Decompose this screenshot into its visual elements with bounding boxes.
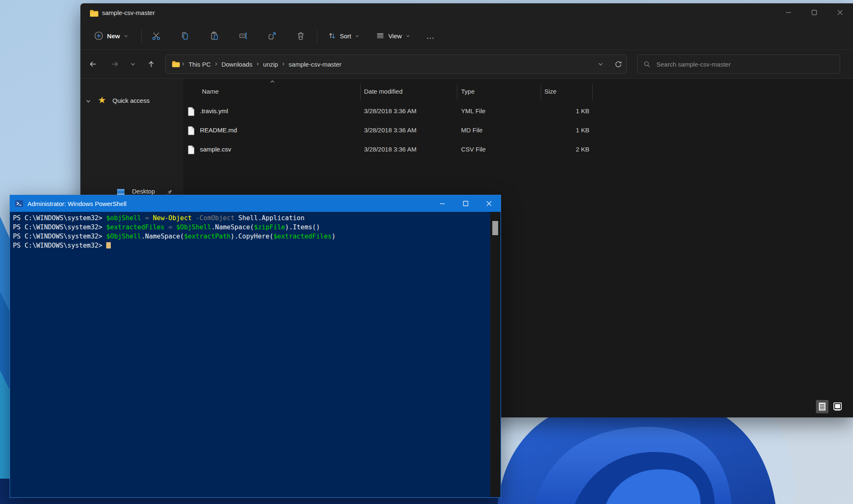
explorer-address-row: › This PC › Downloads › unzip › sample-c… xyxy=(80,50,853,79)
minimize-button[interactable] xyxy=(776,3,801,22)
back-button[interactable] xyxy=(85,56,101,72)
breadcrumb-separator: › xyxy=(255,60,261,68)
terminal-line: PS C:\WINDOWS\system32> $ObjShell.NameSp… xyxy=(13,232,488,241)
sort-ascending-icon xyxy=(270,80,275,83)
minimize-icon xyxy=(786,10,791,15)
terminal-output[interactable]: PS C:\WINDOWS\system32> $objShell = New-… xyxy=(10,212,501,497)
details-view-icon xyxy=(818,402,826,411)
breadcrumb-this-pc[interactable]: This PC xyxy=(186,61,213,68)
chevron-down-icon xyxy=(406,34,410,38)
up-button[interactable] xyxy=(143,56,160,72)
thumbnail-view-icon xyxy=(833,402,842,411)
folder-icon xyxy=(90,9,99,17)
delete-button[interactable] xyxy=(292,27,309,45)
cut-icon xyxy=(152,31,161,40)
share-button[interactable] xyxy=(264,27,280,45)
address-dropdown-icon[interactable] xyxy=(598,61,604,67)
view-button[interactable]: View xyxy=(371,27,416,45)
new-button[interactable]: New xyxy=(89,27,134,45)
search-icon xyxy=(643,61,651,68)
maximize-icon xyxy=(463,201,469,206)
chevron-down-icon xyxy=(124,34,128,38)
file-icon xyxy=(187,107,195,116)
breadcrumb-separator: › xyxy=(180,60,186,68)
paste-button[interactable] xyxy=(206,27,223,45)
quick-access-label: Quick access xyxy=(112,97,150,104)
terminal-line: PS C:\WINDOWS\system32> xyxy=(13,241,488,250)
view-toggle-group xyxy=(816,400,844,413)
up-arrow-icon xyxy=(147,60,155,68)
file-date-modified: 3/28/2018 3:36 AM xyxy=(364,146,417,153)
view-button-label: View xyxy=(388,32,402,40)
rename-icon xyxy=(239,31,248,40)
breadcrumb-current-folder[interactable]: sample-csv-master xyxy=(286,61,344,68)
minimize-button[interactable] xyxy=(431,195,454,212)
breadcrumb-separator: › xyxy=(280,60,286,68)
view-icon xyxy=(376,32,384,40)
file-row-sample-csv[interactable]: sample.csv 3/28/2018 3:36 AM CSV File 2 … xyxy=(183,140,700,159)
powershell-titlebar[interactable]: Administrator: Windows PowerShell xyxy=(10,195,501,212)
close-button[interactable] xyxy=(827,3,853,22)
toolbar-divider xyxy=(141,30,142,42)
minimize-icon xyxy=(439,201,445,206)
address-bar-actions xyxy=(598,55,622,73)
powershell-window-title: Administrator: Windows PowerShell xyxy=(27,200,127,207)
column-separator[interactable] xyxy=(360,84,361,100)
column-separator[interactable] xyxy=(592,84,593,100)
delete-icon xyxy=(296,31,305,40)
terminal-line: PS C:\WINDOWS\system32> $objShell = New-… xyxy=(13,214,488,223)
share-icon xyxy=(267,31,277,40)
scrollbar-thumb[interactable] xyxy=(492,221,498,235)
thumbnail-view-toggle[interactable] xyxy=(831,400,844,413)
sidebar-item-quick-access[interactable]: ★ Quick access xyxy=(80,92,183,109)
copy-button[interactable] xyxy=(177,27,193,45)
sort-button-label: Sort xyxy=(340,32,352,40)
chevron-down-icon xyxy=(130,61,136,67)
file-row-travis-yml[interactable]: .travis.yml 3/28/2018 3:36 AM YML File 1… xyxy=(183,102,700,121)
powershell-window-controls xyxy=(431,195,501,212)
chevron-down-icon[interactable] xyxy=(85,98,91,104)
maximize-button[interactable] xyxy=(801,3,827,22)
close-icon xyxy=(837,10,843,15)
column-separator[interactable] xyxy=(541,84,541,100)
more-options-button[interactable]: … xyxy=(422,27,439,45)
search-input[interactable] xyxy=(656,60,824,68)
toolbar-divider xyxy=(317,30,317,42)
window-title: sample-csv-master xyxy=(102,9,155,16)
back-arrow-icon xyxy=(89,60,97,68)
file-name: sample.csv xyxy=(200,146,231,153)
terminal-line: PS C:\WINDOWS\system32> $extractedFiles … xyxy=(13,223,488,232)
maximize-button[interactable] xyxy=(454,195,477,212)
breadcrumb-downloads[interactable]: Downloads xyxy=(219,61,255,68)
refresh-icon[interactable] xyxy=(614,60,622,68)
recent-locations-button[interactable] xyxy=(125,56,141,72)
copy-icon xyxy=(180,31,190,40)
maximize-icon xyxy=(811,10,817,15)
column-separator[interactable] xyxy=(457,84,457,100)
terminal-cursor xyxy=(106,242,111,248)
search-container xyxy=(637,55,840,74)
close-button[interactable] xyxy=(477,195,501,212)
file-row-readme-md[interactable]: README.md 3/28/2018 3:36 AM MD File 1 KB xyxy=(183,121,700,140)
terminal-scrollbar[interactable] xyxy=(490,212,500,497)
details-view-toggle[interactable] xyxy=(816,400,828,413)
sort-icon xyxy=(328,32,336,40)
plus-circle-icon xyxy=(94,31,103,40)
breadcrumb-separator: › xyxy=(213,60,219,68)
powershell-window: Administrator: Windows PowerShell PS C:\… xyxy=(10,195,501,498)
sidebar-item-label: Desktop xyxy=(132,188,155,195)
cut-button[interactable] xyxy=(148,27,165,45)
close-icon xyxy=(486,201,492,206)
address-bar[interactable]: › This PC › Downloads › unzip › sample-c… xyxy=(165,55,627,74)
rename-button[interactable] xyxy=(235,27,252,45)
file-size: 2 KB xyxy=(439,146,589,153)
powershell-icon xyxy=(15,199,23,208)
file-size: 1 KB xyxy=(439,127,589,134)
new-button-label: New xyxy=(107,32,120,40)
forward-button[interactable] xyxy=(107,56,123,72)
sort-button[interactable]: Sort xyxy=(322,27,365,45)
explorer-titlebar[interactable]: sample-csv-master xyxy=(80,3,853,23)
file-date-modified: 3/28/2018 3:36 AM xyxy=(364,127,417,134)
breadcrumb-unzip[interactable]: unzip xyxy=(261,61,281,68)
file-date-modified: 3/28/2018 3:36 AM xyxy=(364,107,417,114)
